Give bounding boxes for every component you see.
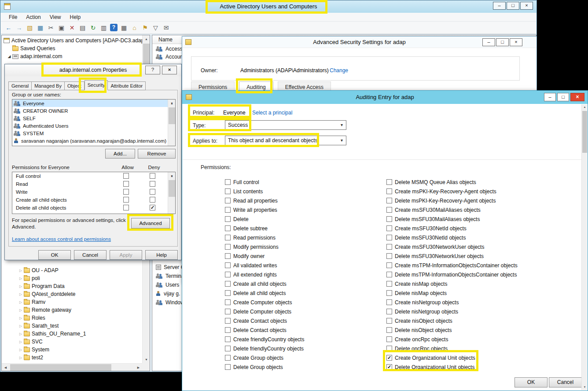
permission-checkbox[interactable] [225,364,231,370]
audit-permission-row[interactable]: Read all properties [225,196,304,205]
audit-permission-row[interactable]: Delete Group objects [225,362,304,372]
collapsed-icon[interactable]: ▷ [18,269,24,273]
deny-checkbox[interactable] [150,173,155,179]
permission-checkbox[interactable] [386,262,392,268]
permission-checkbox[interactable] [225,327,231,333]
deny-checkbox[interactable] [150,189,155,195]
menu-item-help[interactable]: Help [66,13,85,22]
permission-checkbox[interactable] [225,244,231,250]
tab-object[interactable]: Object [65,81,85,90]
audit-permission-row[interactable]: Create msTPM-InformationObjectsContainer… [386,261,518,270]
allow-checkbox[interactable] [123,197,129,203]
permission-row[interactable]: Read [12,180,175,188]
permission-checkbox[interactable] [386,235,392,240]
scroll-thumb[interactable] [10,364,111,371]
audit-permission-row[interactable]: ✓Delete Organizational Unit objects [386,362,518,372]
audit-permission-row[interactable]: List contents [225,187,304,196]
audit-permission-row[interactable]: Delete all child objects [225,288,304,298]
deny-checkbox[interactable] [150,181,155,187]
audit-permission-row[interactable]: Read permissions [225,233,304,242]
tree-item-roles[interactable]: ▷Roles [2,314,142,322]
collapsed-icon[interactable]: ▷ [18,284,24,288]
permission-checkbox[interactable] [386,198,392,203]
permission-checkbox[interactable] [386,253,392,259]
scroll-thumb[interactable] [169,107,175,124]
group-item[interactable]: CREATOR OWNER [12,107,175,114]
permission-checkbox[interactable] [225,198,231,203]
export-list-icon[interactable]: ▦ [36,23,44,32]
permission-checkbox[interactable] [386,336,392,342]
permission-checkbox[interactable] [225,346,231,351]
add-button[interactable]: Add... [105,149,135,159]
tree-item-remote-gateway[interactable]: ▷Remote gateway [2,306,142,314]
close-icon[interactable]: × [520,2,533,10]
audit-permission-row[interactable]: Create msPKI-Key-Recovery-Agent objects [386,187,518,196]
audit-permission-row[interactable]: Delete nisObject objects [386,325,518,335]
learn-link[interactable]: Learn about access control and permissio… [12,236,111,242]
tree-item-ou-adap[interactable]: ▷OU - ADAP [2,266,142,274]
audit-permission-row[interactable]: All validated writes [225,261,304,270]
audit-permission-row[interactable]: Create nisMap objects [386,279,518,288]
cancel-button[interactable]: Cancel [74,250,107,260]
collapsed-icon[interactable]: ▷ [18,332,24,336]
audit-permission-row[interactable]: All extended rights [225,270,304,279]
change-owner-link[interactable]: Change [330,67,348,74]
ok-button[interactable]: OK [38,250,71,260]
permission-checkbox[interactable] [225,235,231,240]
group-item[interactable]: Authenticated Users [12,122,175,129]
permission-checkbox[interactable] [225,179,231,185]
permission-checkbox[interactable] [386,290,392,296]
tree-horizontal-scrollbar[interactable]: ◀ ▶ [2,363,142,371]
tree-item-poli[interactable]: ▷poli [2,274,142,282]
help-button[interactable]: Help [145,250,178,260]
ok-button[interactable]: OK [514,377,548,387]
audit-permission-row[interactable]: Create msSFU30NetId objects [386,224,518,233]
permission-checkbox[interactable] [225,262,231,268]
audit-permission-row[interactable]: Delete Contact objects [225,325,304,335]
tab-managed-by[interactable]: Managed By [32,81,65,90]
scroll-up-icon[interactable]: ▲ [582,104,588,110]
permission-checkbox[interactable] [225,216,231,222]
select-principal-link[interactable]: Select a principal [252,110,292,116]
permission-checkbox[interactable]: ✓ [386,355,392,361]
group-item[interactable]: Everyone [12,100,175,107]
permission-checkbox[interactable] [386,216,392,222]
tab-attribute-editor[interactable]: Attribute Editor [108,81,146,90]
tree-item-saved-queries[interactable]: Saved Queries [2,44,142,52]
permission-checkbox[interactable] [386,309,392,314]
permission-checkbox[interactable] [386,272,392,277]
scroll-left-icon[interactable]: ◀ [2,364,9,371]
permission-checkbox[interactable] [386,346,392,351]
allow-checkbox[interactable] [123,205,129,210]
audit-permission-row[interactable]: Delete msSFU30MailAliases objects [386,214,518,224]
advanced-titlebar[interactable]: Advanced Security Settings for adap – □ … [182,37,537,48]
permission-checkbox[interactable] [225,281,231,287]
tree-item-svc[interactable]: ▷SVC [2,338,142,346]
tree-item-qatest-dontdelete[interactable]: ▷QAtest_dontdelete [2,290,142,298]
maximize-icon[interactable]: □ [496,38,509,46]
copy-icon[interactable]: ▣ [57,23,66,32]
tab-general[interactable]: General [8,81,32,90]
aduc-titlebar[interactable]: Active Directory Users and Computers – □… [0,0,537,13]
advanced-button[interactable]: Advanced [131,218,170,229]
permission-row[interactable]: Create all child objects [12,196,175,204]
type-dropdown[interactable]: Success ▾ [225,120,346,130]
audit-permission-row[interactable]: Modify permissions [225,242,304,251]
scroll-down-icon[interactable]: ▼ [143,356,150,363]
permission-checkbox[interactable] [225,225,231,231]
permission-checkbox[interactable] [225,253,231,259]
deny-checkbox[interactable]: ✓ [150,205,155,210]
audit-permission-row[interactable]: Delete Computer objects [225,307,304,316]
audit-permission-row[interactable]: Create nisObject objects [386,316,518,325]
apply-button[interactable]: Apply [110,250,142,260]
auditing-vertical-scrollbar[interactable]: ▲ ▼ [581,104,587,390]
permission-row[interactable]: Full control [12,172,175,180]
audit-permission-row[interactable]: Write all properties [225,205,304,214]
filter-icon[interactable]: ▽ [151,23,160,32]
maximize-icon[interactable]: □ [557,93,569,101]
permission-row[interactable]: Write [12,188,175,196]
tree-item-ramv[interactable]: ▷Ramv [2,298,142,306]
cut-icon[interactable]: ✂ [47,23,55,32]
close-icon[interactable]: × [570,93,584,101]
menu-item-file[interactable]: File [4,13,22,22]
